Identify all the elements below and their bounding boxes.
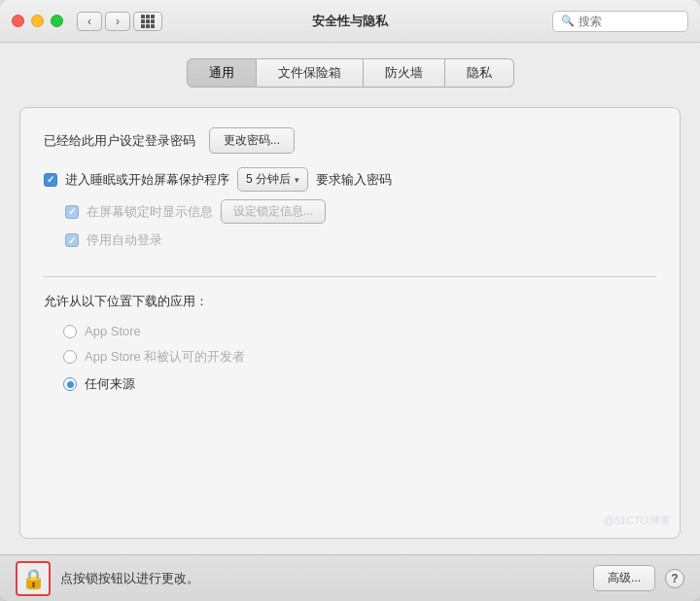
search-icon: 🔍 xyxy=(561,15,575,27)
download-section: 允许从以下位置下载的应用： App Store App Store 和被认可的开… xyxy=(44,293,656,393)
nav-buttons: ‹ › xyxy=(77,12,130,31)
advanced-button[interactable]: 高级... xyxy=(593,565,655,591)
forward-button[interactable]: › xyxy=(105,12,130,31)
password-row: 已经给此用户设定登录密码 更改密码... xyxy=(44,127,656,154)
content: 通用 文件保险箱 防火墙 隐私 已经给此用户设定登录密码 更改密码... 进入睡… xyxy=(0,43,700,554)
window: ‹ › 安全性与隐私 🔍 通用 文件保险箱 防火墙 隐私 xyxy=(0,0,700,601)
tab-filevault[interactable]: 文件保险箱 xyxy=(257,58,364,88)
panel: 已经给此用户设定登录密码 更改密码... 进入睡眠或开始屏幕保护程序 5 分钟后… xyxy=(19,107,681,539)
close-button[interactable] xyxy=(12,15,24,27)
lock-status-text: 点按锁按钮以进行更改。 xyxy=(60,570,593,587)
screen-lock-checkbox[interactable] xyxy=(65,205,79,219)
help-button[interactable]: ? xyxy=(665,569,684,588)
download-section-label: 允许从以下位置下载的应用： xyxy=(44,293,656,310)
lock-icon-button[interactable]: 🔒 xyxy=(16,561,51,596)
watermark: @51CTO博客 xyxy=(604,513,670,528)
back-button[interactable]: ‹ xyxy=(77,12,102,31)
radio-appstore-label: App Store xyxy=(85,324,141,338)
window-title: 安全性与隐私 xyxy=(312,13,388,30)
radio-row-appstore: App Store xyxy=(44,324,656,338)
auto-login-label: 停用自动登录 xyxy=(87,231,162,249)
radio-appstore-dev[interactable] xyxy=(63,350,77,364)
time-dropdown-value: 5 分钟后 xyxy=(246,171,291,188)
search-input[interactable] xyxy=(578,15,680,28)
set-lock-info-button[interactable]: 设定锁定信息... xyxy=(221,199,326,224)
search-box[interactable]: 🔍 xyxy=(552,11,688,32)
traffic-lights xyxy=(12,15,63,27)
grid-button[interactable] xyxy=(133,12,162,31)
screen-lock-label: 在屏幕锁定时显示信息 xyxy=(87,203,213,221)
tab-bar: 通用 文件保险箱 防火墙 隐私 xyxy=(19,58,681,88)
password-label: 已经给此用户设定登录密码 xyxy=(44,132,195,150)
time-dropdown[interactable]: 5 分钟后 ▾ xyxy=(237,167,308,192)
grid-icon xyxy=(141,15,155,28)
require-password-label: 要求输入密码 xyxy=(316,171,392,189)
maximize-button[interactable] xyxy=(51,15,63,27)
dropdown-arrow-icon: ▾ xyxy=(295,175,299,185)
radio-row-anywhere: 任何来源 xyxy=(44,375,656,393)
lock-icon: 🔒 xyxy=(21,567,46,590)
radio-anywhere-label: 任何来源 xyxy=(85,375,135,393)
screen-lock-checkbox-row: 在屏幕锁定时显示信息 设定锁定信息... xyxy=(44,199,656,224)
change-password-button[interactable]: 更改密码... xyxy=(209,127,295,154)
titlebar: ‹ › 安全性与隐私 🔍 xyxy=(0,0,700,43)
radio-anywhere[interactable] xyxy=(63,377,77,391)
auto-login-checkbox-row: 停用自动登录 xyxy=(44,231,656,249)
radio-row-appstore-dev: App Store 和被认可的开发者 xyxy=(44,348,656,366)
divider xyxy=(44,276,656,277)
radio-appstore-dev-label: App Store 和被认可的开发者 xyxy=(85,348,245,366)
sleep-checkbox[interactable] xyxy=(44,173,57,187)
tab-firewall[interactable]: 防火墙 xyxy=(364,58,445,88)
radio-appstore[interactable] xyxy=(63,325,77,338)
minimize-button[interactable] xyxy=(31,15,44,27)
auto-login-checkbox[interactable] xyxy=(65,233,79,247)
sleep-checkbox-row: 进入睡眠或开始屏幕保护程序 5 分钟后 ▾ 要求输入密码 xyxy=(44,167,656,192)
bottom-bar: 🔒 点按锁按钮以进行更改。 高级... ? xyxy=(0,554,700,601)
sleep-checkbox-label: 进入睡眠或开始屏幕保护程序 xyxy=(65,171,229,189)
tab-privacy[interactable]: 隐私 xyxy=(445,58,514,88)
bottom-right-buttons: 高级... ? xyxy=(593,565,684,591)
tab-general[interactable]: 通用 xyxy=(187,58,257,88)
